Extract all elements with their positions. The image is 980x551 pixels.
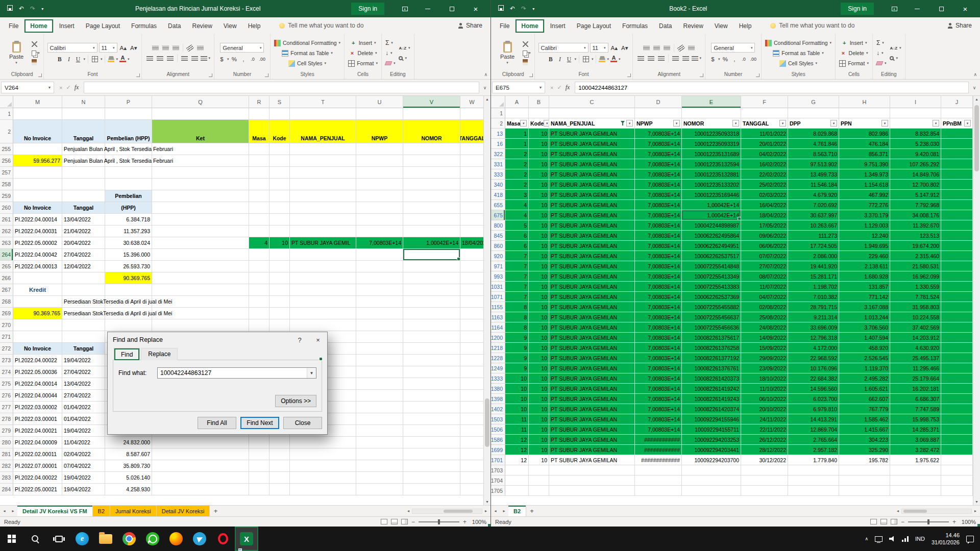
column-header-I[interactable]: I xyxy=(890,96,941,108)
cell-P259[interactable]: Pembelian xyxy=(105,190,152,202)
row-header-1703[interactable]: 1703 xyxy=(491,465,505,475)
taskbar-clock[interactable]: 14.46 31/01/2026 xyxy=(932,532,960,546)
cell-B1402[interactable]: 10 xyxy=(529,404,549,414)
sort-filter-button[interactable]: A↓Z▾ xyxy=(890,43,901,53)
merge-center-button[interactable]: ▾ xyxy=(692,55,701,62)
cell-P1[interactable] xyxy=(105,108,152,120)
cell-E1[interactable] xyxy=(682,108,741,118)
cell-H1164[interactable]: 3.706.560 xyxy=(839,322,890,333)
cell-U261[interactable] xyxy=(356,214,403,226)
cell-T262[interactable] xyxy=(290,226,356,237)
increase-font-size-button[interactable]: A▴ xyxy=(119,43,128,52)
row-header-269[interactable]: 269 xyxy=(0,308,13,319)
percent-style-button[interactable]: % xyxy=(721,55,729,63)
cell-C16[interactable]: PT SUBUR JAYA GEMILAN xyxy=(549,139,635,149)
cell-B331[interactable]: 10 xyxy=(529,159,549,169)
ribbon-tab-help[interactable]: Help xyxy=(242,19,266,33)
cell-B1249[interactable]: 10 xyxy=(529,363,549,373)
row-header-270[interactable]: 270 xyxy=(0,319,13,331)
cell-F1071[interactable]: 04/07/2022 xyxy=(741,292,788,302)
conditional-formatting-button[interactable]: Conditional Formatting▾ xyxy=(274,38,340,47)
cell-U260[interactable] xyxy=(356,202,403,214)
cell-A655[interactable]: 4 xyxy=(505,200,529,210)
cell-V258[interactable] xyxy=(403,179,460,190)
formula-input[interactable] xyxy=(84,82,479,93)
cell-F1228[interactable]: 29/09/2022 xyxy=(741,353,788,363)
cell-W279[interactable] xyxy=(460,425,483,437)
cell-F1506[interactable]: 22/11/2022 xyxy=(741,424,788,435)
row-header-256[interactable]: 256 xyxy=(0,155,13,167)
cell-F1398[interactable]: 06/10/2022 xyxy=(741,394,788,404)
cell-E2[interactable]: NOMOR▾ xyxy=(682,118,741,129)
cell-I845[interactable]: 123.513 xyxy=(890,231,941,241)
cell-M281[interactable]: PI.2022.02.00011 xyxy=(13,448,62,460)
cell-R268[interactable] xyxy=(249,296,270,308)
cell-W1[interactable] xyxy=(460,108,483,120)
cell-Q261[interactable] xyxy=(152,214,249,226)
action-center-icon[interactable] xyxy=(966,536,974,542)
cell-A1398[interactable]: 10 xyxy=(505,394,529,404)
cell-M274[interactable]: PI.2022.05.00036 xyxy=(13,366,62,378)
bold-button[interactable]: B xyxy=(547,55,554,63)
cell-A1[interactable] xyxy=(505,108,529,118)
cell-I1164[interactable]: 37.402.569 xyxy=(890,322,941,333)
cell-W258[interactable] xyxy=(460,179,483,190)
cell-N276[interactable]: 27/04/2022 xyxy=(62,390,105,402)
cell-G655[interactable]: 7.020.692 xyxy=(788,200,839,210)
cell-D1398[interactable]: 7,00803E+14 xyxy=(635,394,682,404)
cell-H1380[interactable]: 1.605.621 xyxy=(839,384,890,394)
qat-customize-icon[interactable]: ▾ xyxy=(532,7,534,11)
cell-I1218[interactable]: 4.630.920 xyxy=(890,343,941,353)
cell-A1228[interactable]: 9 xyxy=(505,353,529,363)
increase-font-size-button[interactable]: A▴ xyxy=(610,43,619,52)
cell-G331[interactable]: 97.513.902 xyxy=(788,159,839,169)
underline-dropdown-icon[interactable]: ▾ xyxy=(574,57,576,61)
cell-U263[interactable]: 7,00803E+14 xyxy=(356,237,403,249)
cell-N267[interactable] xyxy=(62,284,105,296)
cell-H1333[interactable]: 2.495.282 xyxy=(839,373,890,384)
cell-C993[interactable]: PT SUBUR JAYA GEMILAN xyxy=(549,271,635,282)
cell-N279[interactable]: 19/04/2022 xyxy=(62,425,105,437)
filter-dropdown-button[interactable]: ▾ xyxy=(732,120,739,127)
row-header-264[interactable]: 264 xyxy=(0,249,13,261)
cell-F1380[interactable]: 11/10/2022 xyxy=(741,384,788,394)
number-format-select[interactable]: General▾ xyxy=(220,43,264,53)
cell-D860[interactable]: 7,00803E+14 xyxy=(635,241,682,251)
cell-D1155[interactable]: 7,00803E+14 xyxy=(635,302,682,312)
cell-J13[interactable] xyxy=(941,129,973,139)
increase-decimal-button[interactable]: .0 xyxy=(249,55,256,63)
cell-D920[interactable]: 7,00803E+14 xyxy=(635,251,682,261)
cell-U255[interactable] xyxy=(356,143,403,155)
cell-A1333[interactable]: 10 xyxy=(505,373,529,384)
cell-P260[interactable]: (HPP) xyxy=(105,202,152,214)
cell-G418[interactable]: 4.679.920 xyxy=(788,190,839,200)
cell-T266[interactable] xyxy=(290,272,356,284)
row-header-971[interactable]: 971 xyxy=(491,261,505,271)
cell-D2[interactable]: NPWP▾ xyxy=(635,118,682,129)
cell-I1[interactable] xyxy=(890,108,941,118)
sheet-nav-right-icon[interactable]: ▸ xyxy=(9,506,17,516)
cell-R255[interactable] xyxy=(249,143,270,155)
cell-G971[interactable]: 19.441.920 xyxy=(788,261,839,271)
cell-N2[interactable]: Tanggal xyxy=(62,120,105,143)
cell-E1503[interactable]: 100092294155946 xyxy=(682,414,741,424)
cell-N284[interactable]: 19/04/2022 xyxy=(62,484,105,495)
taskbar-icon-telegram[interactable] xyxy=(188,527,211,551)
cell-N263[interactable]: 20/04/2022 xyxy=(62,237,105,249)
column-header-C[interactable]: C xyxy=(549,96,635,108)
cell-H418[interactable]: 467.992 xyxy=(839,190,890,200)
cell-F418[interactable]: 02/03/2022 xyxy=(741,190,788,200)
cell-A1218[interactable]: 9 xyxy=(505,343,529,353)
fill-color-dropdown-icon[interactable]: ▾ xyxy=(116,57,118,61)
row-header-267[interactable]: 267 xyxy=(0,284,13,296)
cell-D1200[interactable]: 7,00803E+14 xyxy=(635,333,682,343)
cell-A2[interactable]: Masa▾ xyxy=(505,118,529,129)
sheet-tab-detail-jv-koreksi[interactable]: Detail JV Koreksi xyxy=(157,506,210,516)
cell-D1402[interactable]: 7,00803E+14 xyxy=(635,404,682,414)
cell-D845[interactable]: 7,00803E+14 xyxy=(635,231,682,241)
ribbon-tab-formulas[interactable]: Formulas xyxy=(617,19,653,33)
cell-W259[interactable] xyxy=(460,190,483,202)
cell-U271[interactable] xyxy=(356,331,403,343)
cell-V267[interactable] xyxy=(403,284,460,296)
cell-I1163[interactable]: 10.224.558 xyxy=(890,312,941,322)
